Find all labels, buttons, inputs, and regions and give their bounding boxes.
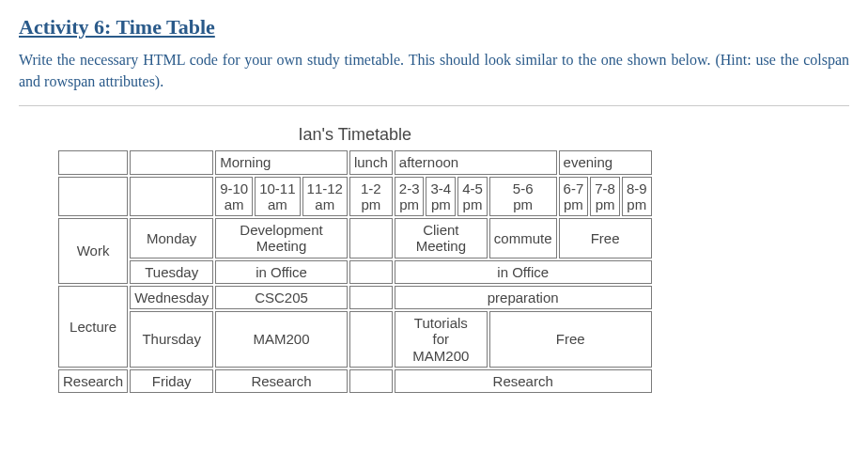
day-friday: Friday [130, 369, 213, 393]
day-thursday: Thursday [130, 311, 213, 368]
cell-in-office-am: in Office [215, 260, 348, 284]
slot-2-3: 2-3pm [395, 177, 425, 217]
cell-research-pm: Research [395, 369, 652, 393]
activity-instructions: Write the necessary HTML code for your o… [19, 49, 849, 92]
slot-5-6: 5-6pm [489, 177, 557, 217]
blank-cell [349, 218, 393, 258]
blank-cell [130, 150, 213, 174]
section-morning: Morning [215, 150, 348, 174]
table-row: Lecture Wednesday CSC205 preparation [58, 286, 652, 309]
timetable-wrapper: Ian's Timetable Morning lunch afternoon … [19, 125, 849, 395]
category-research: Research [58, 369, 128, 393]
blank-cell [349, 311, 393, 368]
blank-cell [130, 177, 213, 217]
slot-6-7: 6-7pm [559, 177, 589, 217]
cell-research-am: Research [215, 369, 348, 393]
day-monday: Monday [130, 218, 213, 258]
table-row: 9-10am 10-11am 11-12am 1-2pm 2-3pm 3-4pm… [58, 177, 652, 217]
timetable-caption: Ian's Timetable [56, 125, 654, 149]
blank-cell [58, 177, 128, 217]
slot-11-12: 11-12am [302, 177, 348, 217]
table-row: Work Monday DevelopmentMeeting ClientMee… [58, 218, 652, 258]
slot-10-11: 10-11am [255, 177, 300, 217]
blank-cell [349, 286, 393, 309]
cell-csc205: CSC205 [215, 286, 348, 309]
day-wednesday: Wednesday [130, 286, 213, 309]
blank-cell [58, 150, 128, 174]
cell-mam200: MAM200 [215, 311, 348, 368]
section-lunch: lunch [349, 150, 393, 174]
timetable: Ian's Timetable Morning lunch afternoon … [56, 125, 654, 395]
section-afternoon: afternoon [395, 150, 557, 174]
slot-8-9: 8-9pm [622, 177, 652, 217]
section-evening: evening [559, 150, 652, 174]
divider [19, 105, 849, 106]
table-row: Research Friday Research Research [58, 369, 652, 393]
category-work: Work [58, 218, 128, 284]
cell-free: Free [559, 218, 652, 258]
slot-1-2: 1-2pm [349, 177, 393, 217]
table-row: Morning lunch afternoon evening [58, 150, 652, 174]
cell-client-meeting: ClientMeeting [395, 218, 488, 258]
slot-3-4: 3-4pm [426, 177, 456, 217]
slot-9-10: 9-10am [215, 177, 253, 217]
cell-preparation: preparation [395, 286, 652, 309]
category-lecture: Lecture [58, 286, 128, 368]
slot-4-5: 4-5pm [457, 177, 488, 217]
cell-dev-meeting: DevelopmentMeeting [215, 218, 348, 258]
cell-in-office-pm: in Office [395, 260, 652, 284]
slot-7-8: 7-8pm [590, 177, 620, 217]
activity-heading: Activity 6: Time Table [19, 15, 849, 39]
cell-commute: commute [489, 218, 557, 258]
blank-cell [349, 369, 393, 393]
table-row: Tuesday in Office in Office [58, 260, 652, 284]
blank-cell [349, 260, 393, 284]
day-tuesday: Tuesday [130, 260, 213, 284]
cell-free-thu: Free [489, 311, 652, 368]
cell-tutorials-mam200: TutorialsforMAM200 [395, 311, 488, 368]
table-row: Thursday MAM200 TutorialsforMAM200 Free [58, 311, 652, 368]
